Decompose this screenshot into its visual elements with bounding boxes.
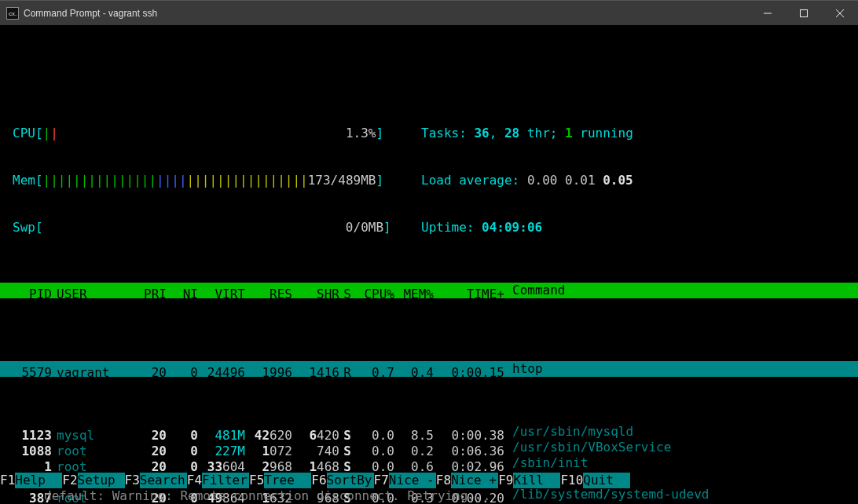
process-row[interactable]: 1root2003360429681468S0.00.60:02.96/sbin… xyxy=(0,455,858,471)
process-table-header[interactable]: PIDUSERPRINIVIRTRESSHRSCPU%MEM%TIME+Comm… xyxy=(0,283,858,298)
app-icon: cx. xyxy=(6,7,19,20)
fkey-f6-key: F6 xyxy=(311,473,326,488)
fkey-f4[interactable]: Filter xyxy=(202,473,249,488)
fkey-f10[interactable]: Quit xyxy=(583,473,630,488)
col-s[interactable]: S xyxy=(339,287,355,302)
maximize-button[interactable] xyxy=(786,2,822,25)
close-icon xyxy=(836,9,844,17)
fkey-f5-key: F5 xyxy=(249,473,264,488)
col-pri[interactable]: PRI xyxy=(135,287,167,302)
mem-meter: Mem[|||||||||||||||||||||||||||||||||||1… xyxy=(13,173,421,188)
window-title: Command Prompt - vagrant ssh xyxy=(24,8,750,19)
fkey-f3[interactable]: Search xyxy=(140,473,187,488)
cpu-meter: CPU[|| 1.3%] xyxy=(13,126,421,141)
fkey-f1-key: F1 xyxy=(0,473,15,488)
fkey-f5[interactable]: Tree xyxy=(264,473,311,488)
minimize-button[interactable] xyxy=(750,2,786,25)
col-pid[interactable]: PID xyxy=(13,287,52,302)
maximize-icon xyxy=(800,9,808,17)
tasks-info: Tasks: 36, 28 thr; 1 running xyxy=(421,126,858,141)
process-row[interactable]: 1123mysql200481M426206420S0.08.50:00.38/… xyxy=(0,424,858,440)
minimize-icon xyxy=(764,9,772,17)
col-cpu[interactable]: CPU% xyxy=(355,287,394,302)
fkey-f9-key: F9 xyxy=(498,473,513,488)
process-row-selected[interactable]: 5579vagrant2002449619961416R0.70.40:00.1… xyxy=(0,361,858,377)
window-titlebar: cx. Command Prompt - vagrant ssh xyxy=(0,0,858,25)
fkey-f4-key: F4 xyxy=(187,473,202,488)
uptime-info: Uptime: 04:09:06 xyxy=(421,220,858,236)
swp-meter: Swp[ 0/0MB] xyxy=(13,220,421,236)
col-user[interactable]: USER xyxy=(52,287,135,302)
fkey-f2-key: F2 xyxy=(62,473,77,488)
col-cmd[interactable]: Command xyxy=(504,283,858,298)
fkey-f8-key: F8 xyxy=(436,473,451,488)
function-key-bar: F1Help F2Setup F3SearchF4FilterF5Tree F6… xyxy=(0,473,858,488)
col-res[interactable]: RES xyxy=(245,287,292,302)
col-time[interactable]: TIME+ xyxy=(434,287,504,302)
process-row[interactable]: 1088root200227M1072740S0.00.20:06.36/usr… xyxy=(0,440,858,455)
fkey-f6[interactable]: SortBy xyxy=(327,473,374,488)
fkey-f10-key: F10 xyxy=(560,473,583,488)
load-info: Load average: 0.00 0.01 0.05 xyxy=(421,173,858,188)
col-virt[interactable]: VIRT xyxy=(198,287,245,302)
fkey-f8[interactable]: Nice + xyxy=(451,473,498,488)
fkey-f7-key: F7 xyxy=(374,473,389,488)
svg-rect-1 xyxy=(801,9,808,16)
status-line: default: Warning: Remote connection disc… xyxy=(0,488,858,504)
col-mem[interactable]: MEM% xyxy=(394,287,434,302)
col-ni[interactable]: NI xyxy=(167,287,198,302)
col-shr[interactable]: SHR xyxy=(292,287,339,302)
fkey-f1[interactable]: Help xyxy=(15,473,62,488)
fkey-f9[interactable]: Kill xyxy=(513,473,560,488)
fkey-f3-key: F3 xyxy=(125,473,140,488)
terminal-area[interactable]: CPU[|| 1.3%] Mem[|||||||||||||||||||||||… xyxy=(0,25,858,504)
fkey-f7[interactable]: Nice - xyxy=(389,473,436,488)
close-button[interactable] xyxy=(822,2,858,25)
fkey-f2[interactable]: Setup xyxy=(78,473,125,488)
